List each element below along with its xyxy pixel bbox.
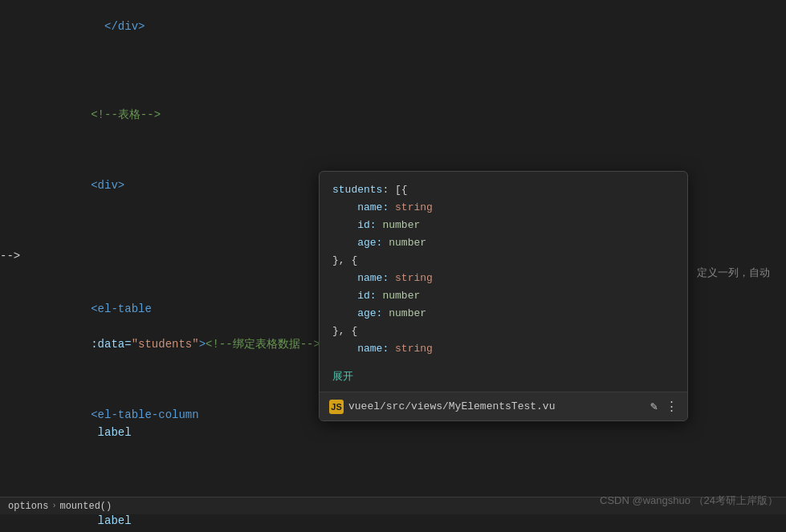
edit-icon[interactable]: ✎ xyxy=(650,399,658,414)
tooltip-line-10: name: string xyxy=(332,340,674,358)
tooltip-line-9: }, { xyxy=(332,323,674,340)
tooltip-line-1: students: [{ xyxy=(332,181,674,199)
footer-actions[interactable]: ✎ ⋮ xyxy=(650,399,678,414)
more-options-icon[interactable]: ⋮ xyxy=(666,399,678,414)
code-line-3: <!--表格--> xyxy=(0,71,786,141)
breadcrumb-mounted[interactable]: mounted() xyxy=(59,501,112,512)
code-line-2 xyxy=(0,53,786,71)
js-badge: JS xyxy=(329,400,344,414)
hover-tooltip: students: [{ name: string id: number age… xyxy=(319,171,688,421)
tooltip-line-6: name: string xyxy=(332,270,674,287)
tooltip-line-7: id: number xyxy=(332,287,674,305)
tooltip-footer: JS vueel/src/views/MyElementsTest.vu ✎ ⋮ xyxy=(320,392,687,420)
tooltip-line-3: id: number xyxy=(332,217,674,234)
tooltip-body: students: [{ name: string id: number age… xyxy=(320,172,687,366)
expand-button[interactable]: 展开 xyxy=(320,366,687,392)
tooltip-line-8: age: number xyxy=(332,305,674,323)
code-line-1: </div> xyxy=(0,0,786,53)
breadcrumb-options[interactable]: options xyxy=(8,501,48,512)
tooltip-line-5: }, { xyxy=(332,252,674,270)
breadcrumb-separator: › xyxy=(51,502,56,510)
tooltip-line-4: age: number xyxy=(332,234,674,252)
file-path: vueel/src/views/MyElementsTest.vu xyxy=(348,400,645,412)
watermark: CSDN @wangshuo （24考研上岸版） xyxy=(600,493,778,508)
tooltip-line-2: name: string xyxy=(332,199,674,217)
